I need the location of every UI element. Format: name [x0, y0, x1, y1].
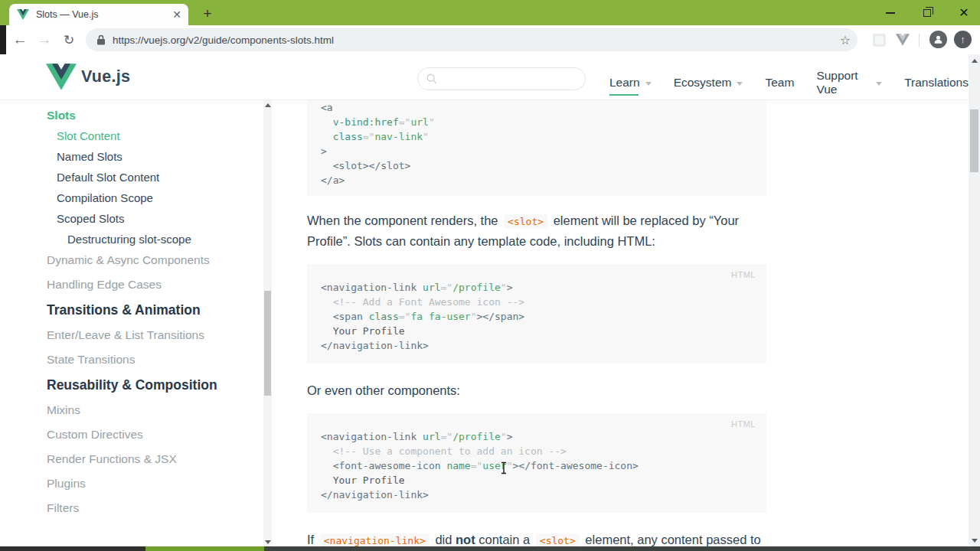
tab-title: Slots — Vue.js [36, 9, 168, 20]
sidebar-item[interactable]: Mixins [47, 403, 257, 418]
chevron-down-icon [737, 82, 743, 86]
background-window-edge [0, 25, 6, 54]
url-text: https://vuejs.org/v2/guide/components-sl… [113, 34, 835, 46]
restore-icon [923, 9, 931, 17]
taskbar-sliver [145, 546, 264, 551]
browser-titlebar: Slots — Vue.js ✕ + ✕ [0, 0, 980, 25]
site-logo-text[interactable]: Vue.js [81, 67, 130, 86]
window-minimize-button[interactable] [876, 0, 905, 25]
text-cursor [500, 461, 508, 474]
scroll-up-arrow-icon[interactable] [969, 56, 980, 65]
page-content: SlotsSlot ContentNamed SlotsDefault Slot… [0, 100, 980, 546]
code-block: <a v-bind:href="url" class="nav-link"> <… [307, 100, 766, 196]
sidebar-item[interactable]: Handling Edge Cases [47, 277, 257, 292]
person-icon [933, 34, 944, 45]
back-button[interactable]: ← [9, 29, 31, 51]
sidebar-item[interactable]: State Transitions [47, 352, 257, 367]
search-box[interactable] [417, 67, 586, 90]
lock-icon [96, 34, 106, 45]
scroll-down-arrow-icon[interactable] [263, 537, 272, 546]
scroll-down-arrow-icon[interactable] [969, 536, 980, 545]
top-navigation: LearnEcosystemTeamSupport VueTranslation… [609, 69, 980, 99]
taskbar-sliver [264, 546, 980, 551]
sidebar: SlotsSlot ContentNamed SlotsDefault Slot… [47, 108, 257, 525]
sidebar-item[interactable]: Scoped Slots [47, 211, 257, 226]
code-block: HTML <navigation-link url="/profile"> <!… [307, 413, 766, 513]
sidebar-item[interactable]: Custom Directives [47, 427, 257, 442]
forward-button[interactable]: → [34, 29, 55, 51]
scrollbar-thumb[interactable] [264, 291, 271, 396]
search-icon [426, 73, 437, 84]
reload-button[interactable]: ↻ [58, 29, 80, 51]
browser-update-button[interactable]: ↑ [954, 31, 972, 48]
sidebar-item[interactable]: Slot Content [47, 129, 257, 143]
sidebar-item[interactable]: Slots [47, 108, 257, 122]
browser-tab[interactable]: Slots — Vue.js ✕ [9, 4, 188, 25]
sidebar-item[interactable]: Destructuring slot-scope [47, 232, 257, 246]
sidebar-scrollbar[interactable] [263, 100, 272, 546]
sidebar-item[interactable]: Compilation Scope [47, 191, 257, 205]
chevron-down-icon [876, 82, 882, 86]
vue-favicon-icon [17, 9, 29, 20]
code-language-label: HTML [731, 419, 756, 429]
paragraph: When the component renders, the <slot> e… [307, 211, 763, 251]
new-tab-button[interactable]: + [198, 5, 217, 23]
sidebar-item[interactable]: Named Slots [47, 149, 257, 164]
extension-icon[interactable] [873, 34, 886, 47]
nav-support-vue[interactable]: Support Vue [816, 69, 882, 99]
page-scrollbar[interactable] [969, 54, 980, 546]
sidebar-item[interactable]: Enter/Leave & List Transitions [47, 328, 257, 343]
close-icon: ✕ [959, 7, 969, 19]
minimize-icon [886, 12, 895, 14]
paragraph: If <navigation-link> did not contain a <… [307, 530, 763, 546]
vue-logo-icon[interactable] [46, 64, 77, 90]
code-language-label: HTML [731, 270, 756, 279]
profile-avatar-button[interactable] [929, 31, 947, 48]
scrollbar-thumb[interactable] [970, 109, 978, 172]
sidebar-item[interactable]: Filters [47, 500, 257, 516]
toolbar-separator [919, 34, 920, 47]
address-bar[interactable]: https://vuejs.org/v2/guide/components-sl… [86, 28, 858, 51]
sidebar-item[interactable]: Render Functions & JSX [47, 452, 257, 467]
sidebar-item[interactable]: Plugins [47, 476, 257, 491]
window-restore-button[interactable] [913, 0, 942, 25]
paragraph: Or even other components: [307, 381, 763, 401]
code-block: HTML <navigation-link url="/profile"> <!… [307, 264, 766, 364]
nav-learn[interactable]: Learn [609, 76, 652, 92]
chevron-down-icon [645, 82, 652, 86]
nav-ecosystem[interactable]: Ecosystem [674, 76, 743, 92]
vue-devtools-extension-icon[interactable] [896, 34, 910, 46]
taskbar-sliver [0, 546, 145, 551]
tab-close-icon[interactable]: ✕ [168, 6, 185, 23]
bookmark-star-icon[interactable]: ☆ [835, 29, 856, 51]
window-close-button[interactable]: ✕ [949, 0, 978, 25]
search-input[interactable] [443, 73, 585, 85]
sidebar-item[interactable]: Transitions & Animation [47, 302, 257, 318]
sidebar-item[interactable]: Default Slot Content [47, 170, 257, 184]
sidebar-item[interactable]: Reusability & Composition [47, 377, 257, 393]
sidebar-item[interactable]: Dynamic & Async Components [47, 253, 257, 268]
nav-team[interactable]: Team [765, 76, 794, 92]
scroll-up-arrow-icon[interactable] [263, 100, 272, 109]
